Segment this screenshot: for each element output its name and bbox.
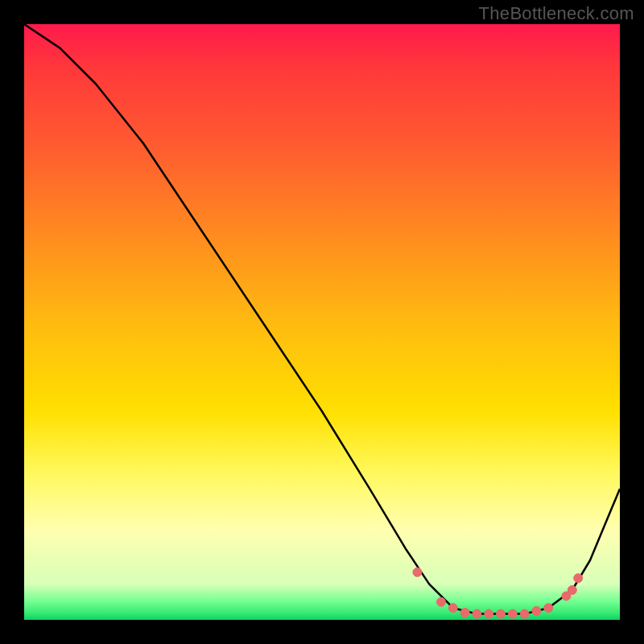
- highlight-marker: [485, 609, 493, 618]
- highlight-marker: [508, 609, 517, 618]
- highlight-marker: [544, 604, 553, 613]
- watermark-label: TheBottleneck.com: [479, 3, 634, 24]
- highlight-marker: [574, 574, 583, 583]
- highlight-marker: [448, 604, 457, 613]
- highlight-marker: [497, 609, 506, 618]
- highlight-marker: [568, 586, 576, 595]
- bottleneck-curve-svg: [24, 24, 620, 620]
- highlight-marker: [413, 568, 422, 576]
- highlight-marker: [437, 597, 446, 606]
- highlight-marker: [532, 606, 541, 615]
- highlight-marker: [520, 609, 529, 618]
- chart-container: TheBottleneck.com: [0, 0, 644, 644]
- highlight-marker: [473, 609, 481, 618]
- bottleneck-curve-path: [24, 24, 620, 614]
- highlight-marker: [460, 609, 469, 617]
